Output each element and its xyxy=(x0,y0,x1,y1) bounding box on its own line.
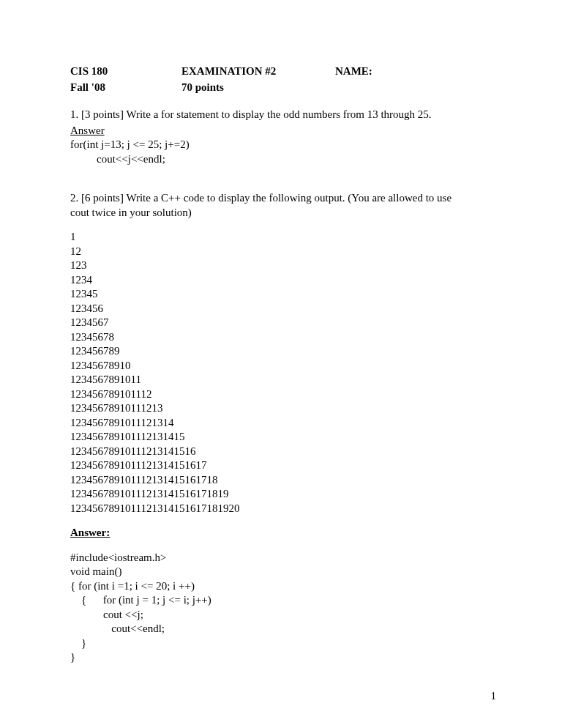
output-line: 123456789 xyxy=(70,344,495,359)
output-line: 1234567891011121314151617181920 xyxy=(70,502,495,516)
output-line: 123 xyxy=(70,259,495,273)
q2-code-block: #include<iostream.h> void main() { for (… xyxy=(70,551,495,665)
output-line: 123456 xyxy=(70,302,495,316)
output-line: 1234567 xyxy=(70,316,495,330)
output-line: 1234567891011121314 xyxy=(70,416,495,431)
header-row-1: CIS 180 EXAMINATION #2 NAME: xyxy=(70,64,495,79)
question-2-prompt-line1: 2. [6 points] Write a C++ code to displa… xyxy=(70,191,495,206)
answer-label-2: Answer: xyxy=(70,526,495,541)
question-2-prompt-line2: cout twice in your solution) xyxy=(70,206,495,220)
answer-label-1: Answer xyxy=(70,124,495,138)
code-line: { for (int j = 1; j <= i; j++) xyxy=(70,593,495,608)
output-line: 12345 xyxy=(70,287,495,302)
q1-code-line2: cout<<j<<endl; xyxy=(70,152,495,167)
question-1-prompt: 1. [3 points] Write a for statement to d… xyxy=(70,108,495,122)
code-line: void main() xyxy=(70,565,495,579)
q1-code-line1: for(int j=13; j <= 25; j+=2) xyxy=(70,138,495,152)
output-line: 12 xyxy=(70,245,495,259)
output-line: 123456789101112131415 xyxy=(70,430,495,445)
output-line: 1 xyxy=(70,230,495,245)
output-line: 123456789101112 xyxy=(70,387,495,402)
output-line: 12345678910111213141516171819 xyxy=(70,487,495,502)
code-line: } xyxy=(70,650,495,665)
code-line: { for (int i =1; i <= 20; i ++) xyxy=(70,579,495,594)
header-row-2: Fall '08 70 points xyxy=(70,81,495,95)
code-line: } xyxy=(70,636,495,651)
output-line: 1234567891011121314151617 xyxy=(70,458,495,473)
exam-title: EXAMINATION #2 xyxy=(181,64,335,79)
code-line: cout <<j; xyxy=(70,608,495,623)
output-line: 123456789101112131415161718 xyxy=(70,473,495,488)
code-line: #include<iostream.h> xyxy=(70,551,495,565)
code-line: cout<<endl; xyxy=(70,622,495,636)
q2-output-block: 1 12 123 1234 12345 123456 1234567 12345… xyxy=(70,230,495,516)
output-line: 1234567891011 xyxy=(70,373,495,387)
course-code: CIS 180 xyxy=(70,64,181,79)
name-label: NAME: xyxy=(335,64,372,79)
output-line: 12345678910111213 xyxy=(70,401,495,416)
page-content: CIS 180 EXAMINATION #2 NAME: Fall '08 70… xyxy=(0,0,562,665)
page-number: 1 xyxy=(491,689,497,704)
output-line: 12345678910 xyxy=(70,359,495,374)
output-line: 1234 xyxy=(70,273,495,288)
term: Fall '08 xyxy=(70,81,181,95)
points: 70 points xyxy=(181,81,224,95)
output-line: 12345678 xyxy=(70,330,495,345)
output-line: 12345678910111213141516 xyxy=(70,445,495,459)
